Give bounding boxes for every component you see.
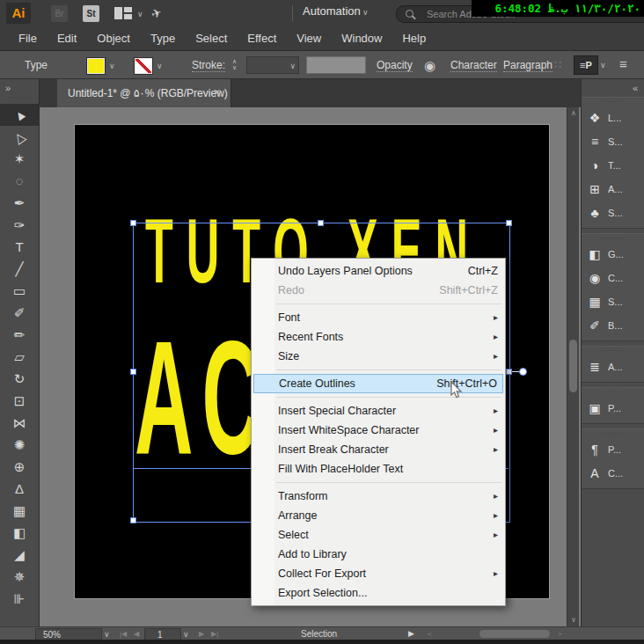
shape-builder-tool[interactable]: ⊕ — [0, 456, 39, 478]
panel-button-pathfinder[interactable]: ▣P... — [582, 396, 644, 420]
stroke-color-chevron-icon[interactable]: ∨ — [157, 62, 163, 70]
menu-item-font[interactable]: Font▸ — [252, 308, 505, 327]
next-artboard-icon[interactable]: ▶ — [199, 630, 204, 638]
recolor-artwork-icon[interactable]: ◉ — [424, 57, 435, 75]
stroke-label[interactable]: Stroke: — [192, 59, 225, 72]
menu-view[interactable]: View — [287, 32, 332, 45]
menu-item-transform[interactable]: Transform▸ — [252, 487, 505, 506]
align-grid-icon[interactable]: ∷ — [554, 58, 561, 71]
menu-file[interactable]: File — [9, 32, 48, 45]
eraser-tool[interactable]: ▱ — [0, 346, 39, 368]
panel-button-stroke[interactable]: ≡S... — [582, 129, 644, 153]
bridge-icon[interactable]: Br — [51, 5, 68, 22]
menu-item-redo[interactable]: RedoShift+Ctrl+Z — [252, 281, 505, 300]
workspace-dropdown-chevron-icon[interactable]: ∨ — [362, 8, 369, 17]
tab-close-icon[interactable]: × — [214, 86, 221, 99]
type-tool[interactable]: T — [0, 236, 39, 258]
menu-item-insert-break-character[interactable]: Insert Break Character▸ — [252, 440, 505, 459]
rotate-tool[interactable]: ↻ — [0, 368, 39, 390]
fill-color-swatch[interactable] — [86, 57, 106, 75]
menu-edit[interactable]: Edit — [48, 32, 87, 45]
menu-effect[interactable]: Effect — [238, 32, 287, 45]
panel-group-grip[interactable]: ∙∙∙∙∙∙∙ — [582, 98, 644, 106]
artboard-field[interactable]: 1 — [144, 628, 181, 640]
selection-handle-bottom-left[interactable] — [130, 517, 136, 523]
width-tool[interactable]: ⋈ — [0, 412, 39, 434]
selection-tool[interactable]: ▲ — [0, 104, 39, 126]
lasso-tool[interactable]: ◌ — [0, 170, 39, 192]
curvature-tool[interactable]: ✑ — [0, 214, 39, 236]
menu-object[interactable]: Object — [87, 32, 141, 45]
menu-item-insert-whitespace-character[interactable]: Insert WhiteSpace Character▸ — [252, 421, 505, 440]
menu-item-insert-special-character[interactable]: Insert Special Character▸ — [252, 401, 505, 421]
panel-button-symbols[interactable]: ♣S... — [582, 201, 644, 224]
vertical-scrollbar[interactable]: ∧ ∨ — [567, 107, 579, 626]
menu-window[interactable]: Window — [332, 32, 392, 45]
artboard-chevron-icon[interactable]: ∨ — [183, 630, 189, 639]
first-artboard-icon[interactable]: |◀ — [120, 630, 127, 638]
zoom-chevron-icon[interactable]: ∨ — [104, 630, 110, 639]
vertical-scroll-thumb[interactable] — [569, 340, 577, 392]
panel-group-grip[interactable]: ∙∙∙∙∙∙∙ — [582, 429, 644, 437]
menu-item-arrange[interactable]: Arrange▸ — [252, 506, 505, 525]
column-graph-tool[interactable]: ⊪ — [0, 588, 39, 610]
magic-wand-tool[interactable]: ✶ — [0, 148, 39, 170]
paragraph-panel-link[interactable]: Paragraph — [503, 59, 553, 72]
fill-color-chevron-icon[interactable]: ∨ — [109, 62, 115, 70]
eyedropper-tool[interactable]: ◢ — [0, 544, 39, 566]
workspace-chevron-icon[interactable]: ∨ — [137, 10, 143, 18]
menu-type[interactable]: Type — [141, 32, 186, 45]
selection-handle-round[interactable] — [519, 368, 527, 376]
menu-select[interactable]: Select — [186, 32, 238, 45]
panel-group-grip[interactable]: ∙∙∙∙∙∙∙ — [582, 388, 644, 396]
selection-handle-top-left[interactable] — [130, 220, 136, 226]
dock-collapse-icon[interactable]: « — [633, 83, 637, 93]
selection-handle-mid-right[interactable] — [506, 369, 512, 375]
menu-item-size[interactable]: Size▸ — [252, 347, 505, 366]
play-icon[interactable]: ▶ — [408, 629, 414, 638]
zoom-field[interactable]: 50% — [35, 628, 102, 640]
character-panel-link[interactable]: Character — [450, 59, 497, 72]
panel-button-character[interactable]: AC... — [582, 461, 644, 485]
panel-button-color[interactable]: ◉C... — [582, 266, 644, 289]
selection-handle-top-right[interactable] — [506, 220, 512, 226]
align-toggle-chevron-icon[interactable]: ∨ — [600, 61, 606, 70]
scale-tool[interactable]: ⊡ — [0, 390, 39, 412]
opacity-label[interactable]: Opacity — [377, 59, 413, 72]
panel-button-gradient[interactable]: ◧G... — [582, 242, 644, 266]
menu-item-undo-layers-panel-options[interactable]: Undo Layers Panel OptionsCtrl+Z — [252, 261, 505, 281]
panel-button-align[interactable]: ≣A... — [582, 355, 644, 378]
perspective-grid-tool[interactable]: Δ — [0, 478, 39, 500]
stroke-weight-stepper[interactable]: ∧∨ — [232, 58, 237, 70]
width-profile-field[interactable] — [306, 56, 366, 74]
menu-help[interactable]: Help — [392, 32, 436, 45]
panel-group-grip[interactable]: ∙∙∙∙∙∙∙ — [582, 234, 644, 242]
panel-button-transparency[interactable]: ◑T... — [582, 153, 644, 177]
workspace-switcher-icon[interactable] — [114, 7, 132, 19]
selection-handle-mid-left[interactable] — [130, 369, 136, 375]
mesh-tool[interactable]: ▦ — [0, 500, 39, 522]
gradient-tool[interactable]: ◧ — [0, 522, 39, 544]
paragraph-align-toggle[interactable]: ≡P — [574, 55, 598, 75]
menu-item-add-to-library[interactable]: Add to Library — [252, 545, 505, 564]
scroll-right-icon[interactable]: > — [558, 630, 562, 638]
tools-collapse-icon[interactable]: » — [5, 83, 10, 93]
menu-item-collect-for-export[interactable]: Collect For Export▸ — [252, 564, 505, 583]
tools-grip[interactable]: ∙∙∙∙∙∙∙∙ — [0, 94, 39, 102]
panel-group-grip[interactable]: ∙∙∙∙∙∙∙ — [582, 347, 644, 355]
menu-item-recent-fonts[interactable]: Recent Fonts▸ — [252, 327, 505, 347]
pen-tool[interactable]: ✒ — [0, 192, 39, 214]
stroke-color-swatch[interactable] — [134, 57, 153, 75]
horizontal-scroll-thumb[interactable] — [479, 630, 550, 638]
menu-item-fill-with-placeholder-text[interactable]: Fill With PlaceHolder Text — [252, 459, 505, 479]
puppet-warp-tool[interactable]: ✺ — [0, 434, 39, 456]
share-icon[interactable]: ✈ — [149, 4, 165, 24]
panel-button-brushes[interactable]: ✐B... — [582, 313, 644, 337]
menu-item-select[interactable]: Select▸ — [252, 525, 505, 545]
scroll-down-icon[interactable]: ∨ — [567, 616, 580, 624]
last-artboard-icon[interactable]: ▶| — [211, 630, 218, 638]
paintbrush-tool[interactable]: ✐ — [0, 302, 39, 324]
panel-button-paragraph[interactable]: ¶P... — [582, 437, 644, 461]
selection-handle-top-center[interactable] — [318, 220, 324, 226]
line-segment-tool[interactable]: ╱ — [0, 258, 39, 280]
